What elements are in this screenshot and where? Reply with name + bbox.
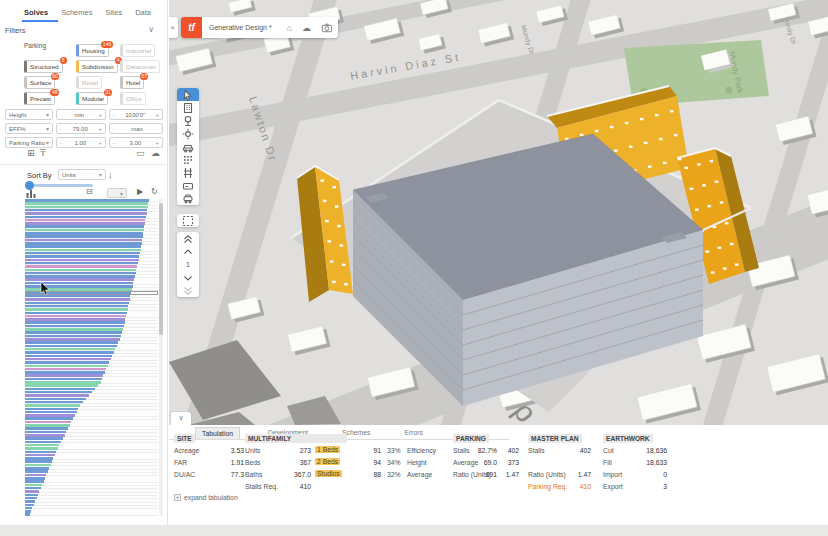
solve-bar[interactable] <box>25 414 75 417</box>
add-filter-icon[interactable]: ⊞ <box>27 148 35 158</box>
solve-bar[interactable] <box>25 328 123 331</box>
tab-schemes[interactable]: Schemes <box>61 5 92 22</box>
increment-button[interactable]: + <box>155 112 159 118</box>
solve-bar[interactable] <box>25 335 121 338</box>
solve-bar[interactable] <box>25 338 120 341</box>
refresh-icon[interactable]: ↻ <box>151 187 158 196</box>
solve-results-chart[interactable] <box>25 199 158 516</box>
range-field[interactable]: -1.00+ <box>56 137 106 148</box>
sort-direction-icon[interactable]: ↓ <box>108 170 113 180</box>
range-select[interactable]: Height▾ <box>5 109 53 120</box>
solve-bar[interactable] <box>25 404 80 407</box>
filter-chip-modular[interactable]: Modular31 <box>76 92 108 105</box>
solve-bar[interactable] <box>25 417 73 420</box>
level-down-button[interactable] <box>177 271 199 284</box>
solve-bar[interactable] <box>25 259 139 262</box>
camera-icon[interactable] <box>316 22 338 33</box>
filters-header[interactable]: Filters ∨ <box>0 24 168 37</box>
home-icon[interactable]: ⌂ <box>282 23 297 33</box>
solve-bar[interactable] <box>25 408 78 411</box>
solve-bar[interactable] <box>25 202 148 205</box>
cloud-icon[interactable]: ☁ <box>151 148 160 158</box>
solve-bar[interactable] <box>25 345 117 348</box>
increment-button[interactable]: + <box>98 140 102 146</box>
solve-bar[interactable] <box>25 424 70 427</box>
solve-bar[interactable] <box>25 312 127 315</box>
solve-bar[interactable] <box>25 305 128 308</box>
select-tool-button[interactable] <box>177 88 199 101</box>
solve-bar[interactable] <box>25 318 125 321</box>
solve-bar[interactable] <box>25 245 141 248</box>
viewport-3d[interactable]: Harvin Diaz St Lawton Dr Mundy Dr Mundy … <box>169 0 828 425</box>
solve-bar[interactable] <box>25 348 115 351</box>
solve-bar[interactable] <box>25 391 92 394</box>
solve-bar[interactable] <box>25 341 118 344</box>
filter-icon[interactable]: ₸ <box>40 148 46 158</box>
solve-bar[interactable] <box>25 464 51 467</box>
deck-tool-button[interactable] <box>177 179 199 192</box>
solve-bar[interactable] <box>25 434 65 437</box>
solve-bar[interactable] <box>25 454 55 457</box>
solve-bar[interactable] <box>25 321 125 324</box>
solve-bar[interactable] <box>25 331 122 334</box>
decrement-button[interactable]: - <box>60 126 62 132</box>
solve-bar[interactable] <box>25 355 112 358</box>
solve-bar[interactable] <box>25 242 142 245</box>
decrement-button[interactable]: - <box>113 112 115 118</box>
solve-bar[interactable] <box>25 398 86 401</box>
solve-bar[interactable] <box>25 497 37 500</box>
cloud-sync-icon[interactable]: ☁ <box>297 23 316 33</box>
solve-bar[interactable] <box>25 361 109 364</box>
solve-bar[interactable] <box>25 457 53 460</box>
solve-bar[interactable] <box>25 437 63 440</box>
solve-bar[interactable] <box>25 199 149 202</box>
solve-bar[interactable] <box>25 427 68 430</box>
solve-bar[interactable] <box>25 325 124 328</box>
solve-bar[interactable] <box>25 225 144 228</box>
solve-bar[interactable] <box>25 480 44 483</box>
solve-bar[interactable] <box>25 441 61 444</box>
solve-bar[interactable] <box>25 513 30 516</box>
solve-bar[interactable] <box>25 374 103 377</box>
solve-bar[interactable] <box>25 239 142 242</box>
solve-bar[interactable] <box>25 384 98 387</box>
solve-bar[interactable] <box>25 272 136 275</box>
car-tool-button[interactable] <box>177 140 199 153</box>
solve-bar[interactable] <box>25 490 39 493</box>
unit-mix-chip[interactable]: 2 Beds <box>315 458 340 465</box>
map-canvas[interactable]: Harvin Diaz St Lawton Dr Mundy Dr Mundy … <box>169 0 828 425</box>
solve-bar[interactable] <box>25 365 108 368</box>
stalls-tool-button[interactable] <box>177 153 199 166</box>
range-select[interactable]: Parking Ratio▾ <box>5 137 53 148</box>
solve-bar[interactable] <box>25 504 34 507</box>
solve-bar[interactable] <box>25 394 89 397</box>
transit-tool-button[interactable] <box>177 192 199 205</box>
collapse-tabulation-tab[interactable]: ∨ <box>171 412 191 425</box>
chevron-down-icon[interactable]: ∨ <box>148 25 154 34</box>
range-field[interactable]: min+ <box>56 109 106 120</box>
solve-bar[interactable] <box>25 275 135 278</box>
chart-scrollbar[interactable] <box>159 199 163 516</box>
solve-bar[interactable] <box>25 232 143 235</box>
range-field[interactable]: -3.00+ <box>109 137 163 148</box>
solve-bar[interactable] <box>25 222 145 225</box>
level-up-button[interactable] <box>177 245 199 258</box>
orbit-tool-button[interactable] <box>177 127 199 140</box>
solve-bar[interactable] <box>25 381 101 384</box>
solve-bar[interactable] <box>25 212 147 215</box>
solve-bar[interactable] <box>25 401 83 404</box>
solve-bar[interactable] <box>25 351 114 354</box>
decrement-button[interactable]: - <box>60 140 62 146</box>
solve-bar[interactable] <box>25 368 106 371</box>
building-tool-button[interactable] <box>177 101 199 114</box>
solve-bar[interactable] <box>25 265 137 268</box>
landscape-tool-button[interactable] <box>177 114 199 127</box>
playback-select[interactable]: ▾ <box>107 188 127 198</box>
solve-bar[interactable] <box>25 447 58 450</box>
solve-bar[interactable] <box>25 315 126 318</box>
decrement-button[interactable]: - <box>113 140 115 146</box>
tab-data[interactable]: Data <box>135 5 151 22</box>
solve-bar[interactable] <box>25 371 105 374</box>
solve-bar[interactable] <box>25 421 71 424</box>
solve-bar[interactable] <box>25 298 130 301</box>
